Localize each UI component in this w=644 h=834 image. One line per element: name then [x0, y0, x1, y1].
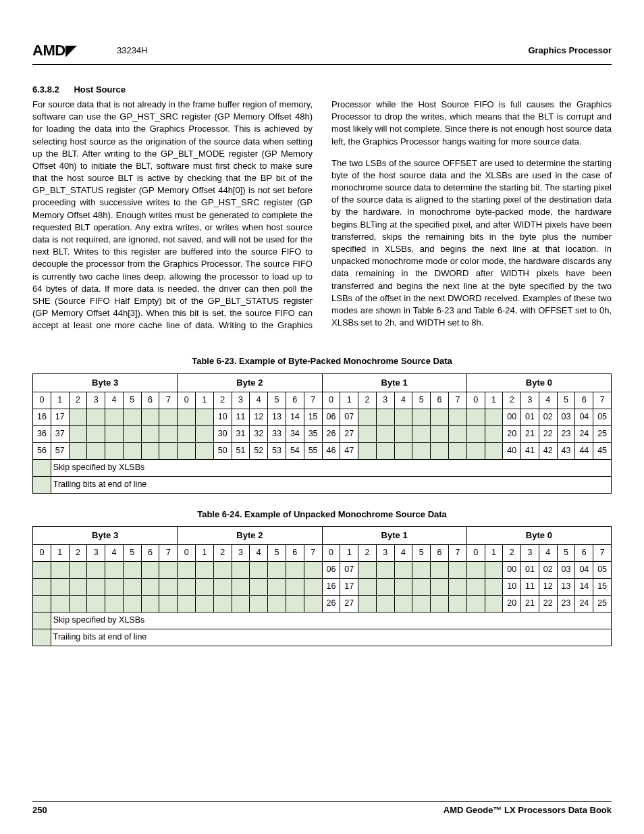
document-id: 33234H [117, 45, 148, 57]
table-row: Byte 3 Byte 2 Byte 1 Byte 0 [33, 373, 612, 392]
table-row: 01234567012345670123456701234567 [33, 392, 612, 409]
body-columns: For source data that is not already in t… [32, 99, 612, 335]
table-row: Trailing bits at end of line [33, 629, 612, 646]
amd-logo: AMD◤ [32, 41, 76, 61]
table-row: Skip specified by XLSBs [33, 612, 612, 629]
table-row: 16171011121314150607000102030405 [33, 409, 612, 425]
table-23-caption: Table 6-23. Example of Byte-Packed Monoc… [32, 355, 612, 367]
table-row: Skip specified by XLSBs [33, 459, 612, 476]
section-number: 6.3.8.2 [32, 84, 59, 95]
table-row: 2627202122232425 [33, 595, 612, 612]
table-row: 56575051525354554647404142434445 [33, 442, 612, 459]
table-24: Byte 3 Byte 2 Byte 1 Byte 0 012345670123… [32, 526, 612, 646]
table-row: Byte 3 Byte 2 Byte 1 Byte 0 [33, 526, 612, 544]
table-row: 0607000102030405 [33, 561, 612, 578]
paragraph-2: The two LSBs of the source OFFSET are us… [331, 157, 612, 330]
page-header: AMD◤ 33234H Graphics Processor [32, 41, 612, 65]
section-heading: 6.3.8.2 Host Source [32, 84, 612, 96]
section-title: Host Source [74, 84, 126, 95]
header-title: Graphics Processor [528, 45, 612, 57]
table-24-caption: Table 6-24. Example of Unpacked Monochro… [32, 509, 612, 521]
table-row: 36373031323334352627202122232425 [33, 425, 612, 442]
table-23: Byte 3 Byte 2 Byte 1 Byte 0 012345670123… [32, 373, 612, 494]
table-row: 01234567012345670123456701234567 [33, 544, 612, 561]
table-row: 1617101112131415 [33, 578, 612, 595]
table-row: Trailing bits at end of line [33, 476, 612, 493]
